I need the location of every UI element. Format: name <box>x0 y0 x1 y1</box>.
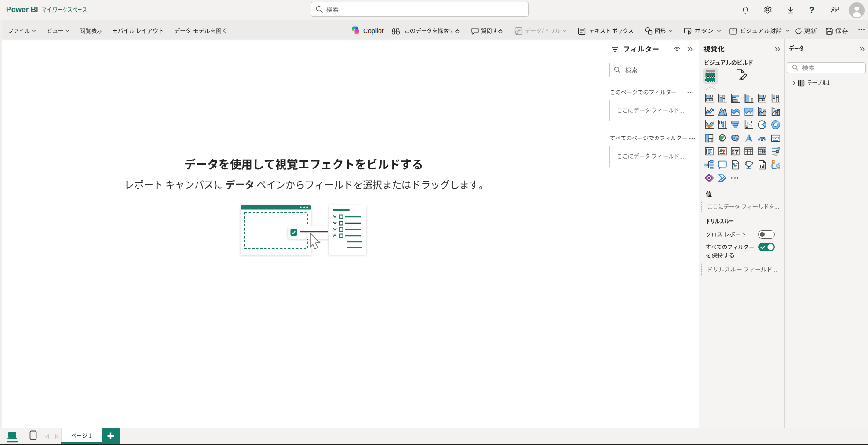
svg-text:123: 123 <box>772 135 779 140</box>
